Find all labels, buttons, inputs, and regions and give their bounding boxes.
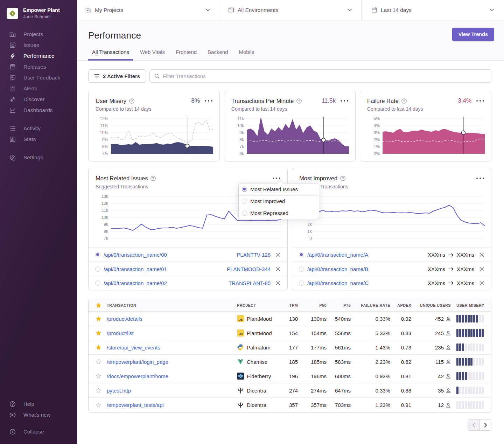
menu-item-most-related-issues[interactable]: Most Related Issues xyxy=(239,183,319,195)
search-input[interactable] xyxy=(163,73,486,79)
chevron-down-icon xyxy=(347,8,352,12)
transaction-link[interactable]: /api/0/transaction_name/02 xyxy=(104,280,167,286)
star-column-header[interactable] xyxy=(89,303,104,308)
topbar-selector-environments-filter[interactable]: All Environments xyxy=(219,0,361,20)
sidebar-item-activity[interactable]: Activity xyxy=(0,123,77,134)
transaction-link[interactable]: /api/0/transaction_name/A xyxy=(307,252,368,258)
dismiss-button[interactable] xyxy=(276,267,280,271)
column-header-failure-rate[interactable]: FAILURE RATE xyxy=(351,303,390,307)
dismiss-button[interactable] xyxy=(276,281,280,285)
transaction-link[interactable]: /product/details xyxy=(107,316,142,322)
star-toggle[interactable] xyxy=(89,373,104,379)
dismiss-button[interactable] xyxy=(479,267,484,271)
question-icon[interactable] xyxy=(340,176,345,181)
sidebar-item-releases[interactable]: Releases xyxy=(0,61,77,72)
transaction-link[interactable]: /api/0/transaction_name/00 xyxy=(104,252,167,258)
card-menu-button[interactable] xyxy=(476,178,484,179)
pagination-prev-button[interactable] xyxy=(468,419,479,430)
svg-text:9k: 9k xyxy=(104,222,108,227)
dismiss-button[interactable] xyxy=(276,252,280,257)
question-icon[interactable] xyxy=(129,98,134,104)
question-icon[interactable] xyxy=(150,176,156,181)
transaction-link[interactable]: /api/0/transaction_name/B xyxy=(307,266,368,272)
transaction-link[interactable]: /empowerplant_tests/api xyxy=(107,402,164,408)
column-header-project[interactable]: PROJECT xyxy=(234,303,285,307)
star-toggle[interactable] xyxy=(89,345,104,350)
sidebar-item-issues[interactable]: Issues xyxy=(0,40,77,50)
org-switcher[interactable]: Empower Plant Jane Schmidt xyxy=(0,0,77,20)
card-menu-button[interactable] xyxy=(205,100,212,102)
question-icon[interactable] xyxy=(401,98,407,104)
tab-backend[interactable]: Backend xyxy=(204,49,232,61)
issue-link[interactable]: PLANTMOOD-344 xyxy=(227,266,271,272)
transaction-link[interactable]: /api/0/transaction_name/C xyxy=(307,280,369,286)
question-icon[interactable] xyxy=(296,98,302,104)
trend-radio[interactable] xyxy=(299,266,304,272)
column-header-apdex[interactable]: APDEX xyxy=(390,303,411,307)
sidebar-item-label: Stats xyxy=(23,136,36,143)
trend-radio[interactable] xyxy=(299,252,304,257)
view-trends-button[interactable]: View Trends xyxy=(452,28,494,41)
tab-mobile[interactable]: Mobile xyxy=(235,49,258,61)
column-header-unique-users[interactable]: UNIQUE USERS xyxy=(411,303,451,307)
column-header-transaction[interactable]: TRANSACTION xyxy=(104,303,234,307)
svg-text:2k: 2k xyxy=(307,222,312,227)
topbar-selector-date-range-filter[interactable]: Last 14 days xyxy=(361,0,504,20)
trend-radio[interactable] xyxy=(95,252,100,257)
tab-frontend[interactable]: Frontend xyxy=(172,49,201,61)
star-toggle[interactable] xyxy=(89,316,104,321)
duration-to: XXXms xyxy=(457,266,474,272)
card-menu-button[interactable] xyxy=(341,100,348,102)
star-toggle[interactable] xyxy=(89,330,104,336)
issue-link[interactable]: PLANTTV-128 xyxy=(237,252,271,258)
tab-all-transactions[interactable]: All Transactions xyxy=(88,49,133,61)
collapse-icon xyxy=(9,429,16,435)
star-toggle[interactable] xyxy=(89,388,104,393)
topbar-selector-projects-filter[interactable]: My Projects xyxy=(77,0,219,20)
sidebar-item-user-feedback[interactable]: User Feedback xyxy=(0,72,77,83)
column-header-p50[interactable]: P50 xyxy=(298,303,327,307)
trend-radio[interactable] xyxy=(95,266,100,272)
tab-web-vitals[interactable]: Web Vitals xyxy=(136,49,169,61)
failure-rate-cell: 1.43% xyxy=(351,345,390,351)
metric-chart: 12%11%10%9%8%7% xyxy=(96,116,212,157)
card-menu-button[interactable] xyxy=(476,100,484,102)
transaction-link[interactable]: pytest.http xyxy=(107,388,131,394)
card-menu-button[interactable] xyxy=(273,178,280,179)
menu-item-most-improved[interactable]: Most Improved xyxy=(239,195,319,207)
sidebar-item-alerts[interactable]: Alerts xyxy=(0,83,77,94)
metric-card-subtitle: Compared to last 14 days xyxy=(367,106,484,113)
column-header-user-misery[interactable]: USER MISERY xyxy=(451,303,491,307)
sidebar-item-whats-new[interactable]: What’s new xyxy=(0,409,77,420)
transaction-link[interactable]: /api/0/transaction_name/01 xyxy=(104,266,167,272)
misery-bar-segment xyxy=(459,387,461,394)
transaction-link[interactable]: /product/list xyxy=(107,330,134,336)
sidebar-item-help[interactable]: Help xyxy=(0,398,77,409)
dismiss-button[interactable] xyxy=(479,281,484,285)
pagination-next-button[interactable] xyxy=(479,419,491,430)
sidebar-item-discover[interactable]: Discover xyxy=(0,94,77,105)
menu-item-most-regressed[interactable]: Most Regressed xyxy=(239,207,319,219)
star-toggle[interactable] xyxy=(89,402,104,408)
sidebar-item-projects[interactable]: Projects xyxy=(0,29,77,40)
sidebar-item-dashboards[interactable]: Dashboards xyxy=(0,105,77,116)
transaction-link[interactable]: /empowerplant/login_page xyxy=(107,359,168,365)
sidebar-item-settings[interactable]: Settings xyxy=(0,152,77,163)
sidebar-item-stats[interactable]: Stats xyxy=(0,134,77,145)
p75-cell: 600ms xyxy=(327,373,351,379)
active-filters-button[interactable]: 2 Active Filters xyxy=(88,69,146,83)
platform-vue-icon xyxy=(237,358,244,365)
misery-bar-segment xyxy=(476,401,478,409)
dismiss-button[interactable] xyxy=(479,252,484,257)
sidebar-item-collapse[interactable]: Collapse xyxy=(0,426,77,437)
column-header-tpm[interactable]: TPM xyxy=(285,303,298,307)
transaction-link[interactable]: /store/api_view_events xyxy=(107,345,160,351)
star-toggle[interactable] xyxy=(89,359,104,365)
trend-radio[interactable] xyxy=(299,280,304,286)
sidebar-item-performance[interactable]: Performance xyxy=(0,50,77,61)
trend-radio[interactable] xyxy=(95,280,100,286)
transaction-link[interactable]: /docs/empowerplant/home xyxy=(107,373,168,379)
trend-list-item: /api/0/transaction_name/A XXXms XXXms xyxy=(292,248,491,262)
column-header-p75[interactable]: P75 xyxy=(327,303,351,307)
issue-link[interactable]: TRANSPLANT-85 xyxy=(229,280,271,286)
